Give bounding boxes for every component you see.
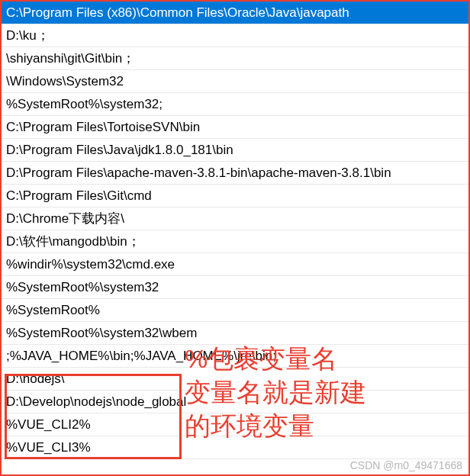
path-entry[interactable]: D:\软件\mangodb\bin；: [2, 230, 468, 253]
path-entry[interactable]: C:\Program Files (x86)\Common Files\Orac…: [2, 2, 468, 24]
path-entry[interactable]: D:\ku；: [2, 24, 468, 47]
path-entry[interactable]: %VUE_CLI3%: [2, 436, 468, 459]
path-entry[interactable]: %SystemRoot%\system32;: [2, 93, 468, 116]
path-entry[interactable]: D:\Program Files\Java\jdk1.8.0_181\bin: [2, 139, 468, 162]
path-entry[interactable]: D:\Program Files\apache-maven-3.8.1-bin\…: [2, 162, 468, 185]
path-entry[interactable]: \Windows\System32: [2, 70, 468, 93]
path-entry[interactable]: ;%JAVA_HOME%\bin;%JAVA_HOME%\jre\bin;: [2, 345, 468, 368]
path-list[interactable]: C:\Program Files (x86)\Common Files\Orac…: [2, 2, 468, 459]
path-entry[interactable]: %SystemRoot%\system32\wbem: [2, 322, 468, 345]
path-entry[interactable]: %VUE_CLI2%: [2, 413, 468, 436]
path-entry[interactable]: D:\Chrome下载内容\: [2, 207, 468, 230]
path-entry[interactable]: C:\Program Files\Git\cmd: [2, 185, 468, 207]
path-entry[interactable]: D:\nodejs\: [2, 368, 468, 391]
path-entry[interactable]: %SystemRoot%: [2, 299, 468, 322]
watermark: CSDN @m0_49471668: [350, 459, 462, 471]
path-entry[interactable]: D:\Develop\nodejs\node_global: [2, 391, 468, 413]
path-entry[interactable]: C:\Program Files\TortoiseSVN\bin: [2, 116, 468, 139]
path-entry[interactable]: %SystemRoot%\system32: [2, 276, 468, 299]
path-entry[interactable]: %windir%\system32\cmd.exe: [2, 253, 468, 276]
path-entry[interactable]: \shiyanshi\git\Git\bin；: [2, 47, 468, 70]
